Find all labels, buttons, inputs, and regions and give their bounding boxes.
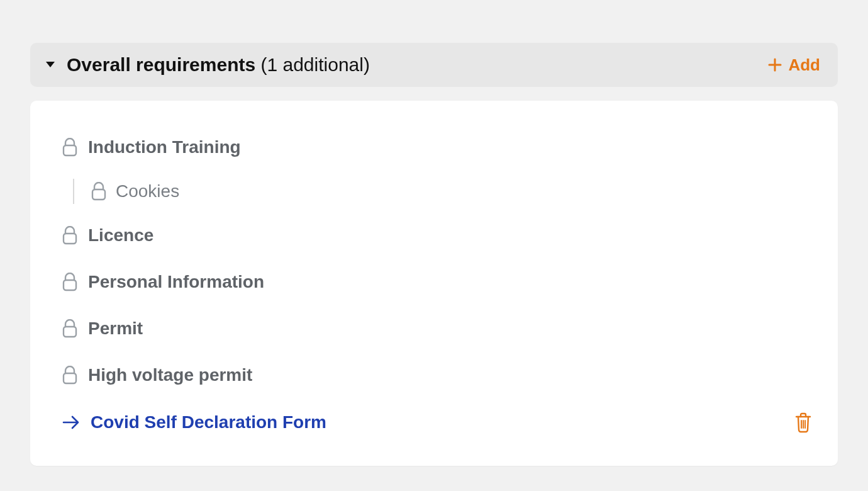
- additional-requirement-item: Covid Self Declaration Form: [62, 407, 815, 438]
- svg-rect-2: [64, 234, 76, 244]
- lock-icon: [62, 138, 78, 157]
- caret-down-icon: [45, 61, 55, 69]
- requirement-label: High voltage permit: [88, 365, 252, 385]
- lock-icon: [62, 319, 78, 338]
- tree-line: [73, 179, 74, 204]
- lock-icon: [62, 273, 78, 291]
- requirement-item[interactable]: Licence: [62, 220, 815, 251]
- lock-icon: [62, 226, 78, 245]
- delete-button[interactable]: [791, 409, 815, 436]
- trash-icon: [794, 412, 813, 433]
- svg-rect-0: [64, 145, 76, 155]
- panel-header-left[interactable]: Overall requirements (1 additional): [45, 54, 370, 76]
- requirements-panel-header: Overall requirements (1 additional) Add: [30, 43, 838, 87]
- add-button[interactable]: Add: [768, 55, 820, 75]
- requirement-label: Personal Information: [88, 272, 264, 292]
- requirement-sub-label: Cookies: [116, 181, 179, 201]
- requirement-item[interactable]: Induction Training: [62, 132, 815, 162]
- requirement-item[interactable]: Personal Information: [62, 267, 815, 297]
- lock-icon: [91, 182, 107, 201]
- svg-rect-1: [92, 189, 105, 200]
- add-button-label: Add: [788, 55, 820, 75]
- plus-icon: [768, 58, 782, 72]
- svg-rect-5: [64, 373, 76, 383]
- lock-icon: [62, 366, 78, 385]
- panel-title-bold: Overall requirements: [67, 54, 255, 75]
- requirement-label: Induction Training: [88, 137, 241, 157]
- requirement-label: Licence: [88, 225, 153, 246]
- additional-requirement-label: Covid Self Declaration Form: [91, 412, 326, 432]
- svg-rect-4: [64, 327, 76, 337]
- requirements-panel-body: Induction Training Cookies Licence Perso…: [30, 101, 838, 466]
- requirement-item[interactable]: High voltage permit: [62, 360, 815, 390]
- requirement-label: Permit: [88, 319, 143, 339]
- additional-requirement-left[interactable]: Covid Self Declaration Form: [62, 412, 326, 432]
- panel-title-muted: (1 additional): [260, 54, 369, 75]
- requirement-sub-item[interactable]: Cookies: [73, 179, 815, 204]
- requirement-item[interactable]: Permit: [62, 313, 815, 344]
- arrow-right-icon: [62, 415, 81, 430]
- svg-rect-3: [64, 280, 76, 290]
- panel-title: Overall requirements (1 additional): [67, 54, 370, 76]
